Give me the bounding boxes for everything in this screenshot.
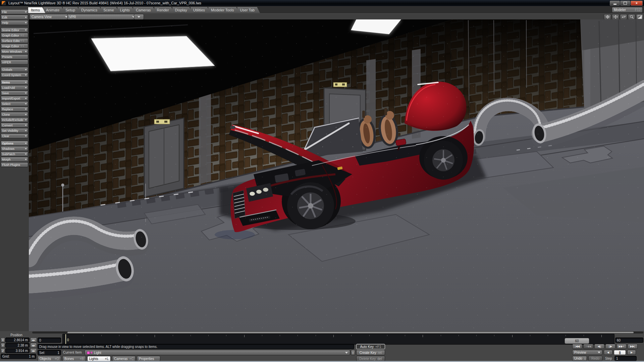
main-tab[interactable]: Items <box>28 7 45 13</box>
render-mode-dropdown[interactable]: VPR <box>67 14 137 20</box>
create-key-button[interactable]: Create Keyret <box>356 350 385 355</box>
pan-icon[interactable] <box>612 14 619 20</box>
main-tab[interactable]: Animate <box>43 7 65 13</box>
redo-button[interactable]: Redo <box>588 356 602 361</box>
chevron-down-icon <box>25 29 27 31</box>
sidebar-item[interactable]: Morph <box>1 157 28 162</box>
render-options-dropdown[interactable] <box>134 14 144 20</box>
axis-stepper[interactable]: ◀▶ <box>30 338 37 343</box>
sidebar-item[interactable]: Clone <box>1 112 28 117</box>
maximize-button[interactable] <box>620 1 630 6</box>
sidebar-item[interactable]: Edit <box>1 15 28 20</box>
auto-key-button[interactable]: Auto Key+F1 <box>356 344 385 349</box>
axis-label: Y <box>1 343 5 348</box>
current-item-label: Current Item <box>63 351 82 354</box>
sidebar-item[interactable]: Scene Editor <box>1 27 28 33</box>
minimize-button[interactable] <box>610 1 620 6</box>
main-tab[interactable]: Lights <box>117 7 135 13</box>
maximize-viewport-icon[interactable] <box>636 14 643 20</box>
axis-stepper[interactable]: ◀▶ <box>30 343 37 348</box>
modeler-button[interactable]: ModelerF12 <box>612 7 643 13</box>
main-tab[interactable]: Modeler Tools <box>208 7 239 13</box>
sidebar-item[interactable]: Load/Add <box>1 85 28 90</box>
transport-button[interactable]: ▶▶| <box>628 344 638 349</box>
sidebar-item[interactable]: Flush Plugins <box>1 162 28 167</box>
main-tab[interactable]: Display <box>172 7 193 13</box>
sidebar-item[interactable]: Select <box>1 101 28 106</box>
end-frame-field[interactable]: 60 <box>615 338 643 343</box>
timeline-scroll-track[interactable] <box>32 331 643 334</box>
window-title: Layout™ NewTek LightWave 3D ® HC Rev 201… <box>8 1 201 5</box>
sidebar-item[interactable]: VIPER <box>1 60 28 65</box>
main-tab[interactable]: Setup <box>63 7 80 13</box>
sidebar-item[interactable]: Convert <box>1 123 28 128</box>
view-mode-dropdown[interactable]: Camera View <box>30 14 70 20</box>
sidebar-item[interactable]: Help <box>1 20 28 25</box>
sidebar-item[interactable]: Replace <box>1 107 28 112</box>
transport-button[interactable]: +◀◀ <box>583 344 593 349</box>
current-item-dropdown[interactable]: Light <box>85 350 350 355</box>
axis-stepper[interactable]: ◀▶ <box>30 348 37 353</box>
main-tab[interactable]: Render <box>154 7 174 13</box>
delete-key-button[interactable]: Delete Keydel <box>356 356 385 361</box>
item-type-button[interactable]: Properties <box>137 356 160 361</box>
selection-count-field: Sel:1 <box>38 350 61 355</box>
sidebar-item[interactable]: Set Visibility <box>1 128 28 133</box>
play-button[interactable]: ▶ <box>627 350 636 355</box>
bottom-panel: Position X 2.8614 m ◀▶ Y 2.38 m ◀▶ Z 3.9… <box>0 331 644 362</box>
sidebar-item[interactable]: Globals <box>1 67 28 72</box>
item-type-button[interactable]: Lights+L <box>87 356 111 361</box>
step-field[interactable]: 1 <box>614 356 637 361</box>
pause-button[interactable]: || <box>614 350 626 355</box>
timeline-ruler[interactable]: 0 60 <box>62 334 614 345</box>
sidebar-item[interactable]: Graph Editor ^F2 <box>1 33 28 38</box>
sidebar-item[interactable]: SubPatch <box>1 152 28 157</box>
viewport-3d[interactable] <box>29 19 644 332</box>
orbit-icon[interactable] <box>604 14 611 20</box>
sidebar-item[interactable]: Shadows <box>1 146 28 151</box>
chevron-down-icon <box>25 98 27 99</box>
sidebar-item[interactable]: Image Editor ^F4 <box>1 44 28 49</box>
sidebar-item[interactable]: Clear <box>1 133 28 138</box>
item-type-button[interactable]: Bones+B <box>62 356 86 361</box>
ruler-tick <box>333 335 334 337</box>
ruler-tick <box>226 335 226 336</box>
sidebar-item[interactable]: Coord System <box>1 72 28 77</box>
sidebar-item[interactable]: Save <box>1 90 28 96</box>
sidebar-item[interactable]: Items <box>1 80 28 85</box>
transport-button[interactable]: ◀|| <box>594 344 604 349</box>
main-tab[interactable]: Cameras <box>133 7 156 13</box>
timeline-scroll-thumb[interactable] <box>67 331 634 334</box>
preview-dropdown[interactable]: Preview <box>572 350 602 355</box>
item-type-button[interactable]: Cameras+C <box>112 356 136 361</box>
current-frame-marker[interactable] <box>65 334 66 344</box>
item-properties-mini-button[interactable]: ▯ <box>351 350 355 355</box>
timeline-slider-handle[interactable]: 60 <box>565 338 589 344</box>
sidebar-item[interactable]: Presets <box>1 54 28 59</box>
main-tab[interactable]: Dynamics <box>78 7 103 13</box>
chevron-down-icon <box>25 87 27 88</box>
sidebar-item[interactable]: Import/Export <box>1 96 28 101</box>
transport-button[interactable]: |◀◀ <box>572 344 582 349</box>
sidebar-item[interactable]: File <box>1 9 28 14</box>
frame-field[interactable]: 0 <box>38 338 61 343</box>
sidebar-item[interactable]: Include/Exclude <box>1 117 28 122</box>
ruler-tick <box>476 335 477 336</box>
play-reverse-button[interactable]: ◀ <box>604 350 612 355</box>
sidebar-item[interactable]: Surface Editor ^F3 <box>1 38 28 43</box>
main-tab[interactable]: Scene <box>101 7 119 13</box>
main-tab[interactable]: User Tab <box>237 7 260 13</box>
sidebar-item[interactable]: Options <box>1 141 28 146</box>
axis-value-field[interactable]: 2.8614 m <box>5 338 30 343</box>
rotate-icon[interactable] <box>620 14 627 20</box>
close-button[interactable]: × <box>631 1 643 6</box>
transport-button[interactable]: ||▶ <box>605 344 615 349</box>
transport-button[interactable]: ▶▶+ <box>616 344 627 349</box>
axis-value-field[interactable]: 2.38 m <box>5 343 30 348</box>
main-tab[interactable]: Utilities <box>191 7 210 13</box>
item-type-button[interactable]: Objects+O <box>38 356 61 361</box>
axis-value-field[interactable]: 3.914 m <box>5 348 30 353</box>
sidebar-item[interactable]: More Windows <box>1 49 28 54</box>
undo-button[interactable]: Undou <box>572 356 587 361</box>
zoom-icon[interactable] <box>628 14 635 20</box>
